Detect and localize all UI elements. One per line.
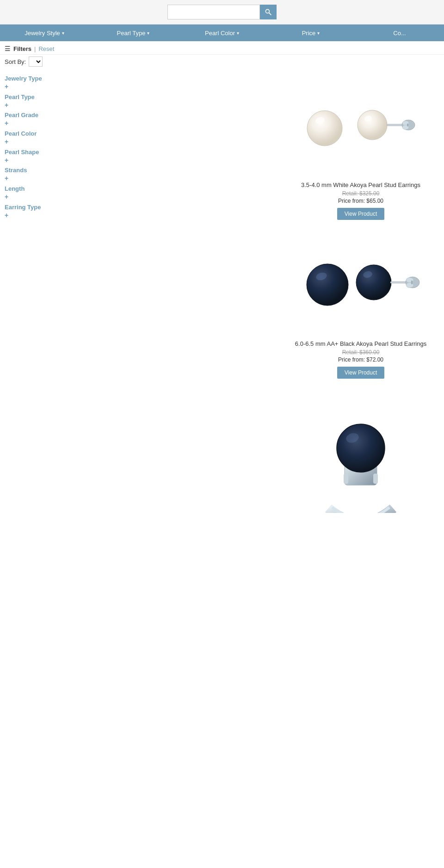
nav-item-pearl-color[interactable]: Pearl Color ▾ xyxy=(178,25,266,41)
product-image-svg-3 xyxy=(301,393,421,513)
search-button[interactable] xyxy=(260,5,277,19)
product-retail-2: Retail: $360.00 xyxy=(282,349,439,356)
filter-group-toggle-strands[interactable]: + xyxy=(5,175,51,182)
product-image-1 xyxy=(282,75,439,177)
filter-group-toggle-jewelry-type[interactable]: + xyxy=(5,83,51,91)
nav-item-jewelry-style[interactable]: Jewelry Style ▾ xyxy=(0,25,89,41)
product-retail-label-2: Retail: xyxy=(342,349,358,356)
filter-group-strands: Strands + xyxy=(5,167,51,182)
filter-group-toggle-pearl-grade[interactable]: + xyxy=(5,119,51,127)
nav-label-pearl-color: Pearl Color xyxy=(205,30,235,37)
product-price-label-2: Price from: xyxy=(338,356,365,363)
filters-label: Filters xyxy=(13,45,31,52)
nav-label-price: Price xyxy=(302,30,316,37)
product-price-value-1: $65.00 xyxy=(366,198,383,204)
search-icon xyxy=(265,8,272,16)
filter-group-toggle-pearl-shape[interactable]: + xyxy=(5,156,51,164)
search-wrapper xyxy=(167,5,277,19)
filter-group-earring-type: Earring Type + xyxy=(5,204,51,219)
search-input[interactable] xyxy=(167,5,260,19)
product-card-1: 3.5-4.0 mm White Akoya Pearl Stud Earrin… xyxy=(282,75,439,220)
product-card-2: 6.0-6.5 mm AA+ Black Akoya Pearl Stud Ea… xyxy=(282,234,439,379)
product-retail-label-1: Retail: xyxy=(342,190,358,197)
filter-group-title-earring-type[interactable]: Earring Type xyxy=(5,204,41,211)
nav-item-pearl-type[interactable]: Pearl Type ▾ xyxy=(89,25,178,41)
filter-group-toggle-length[interactable]: + xyxy=(5,193,51,201)
svg-point-25 xyxy=(337,424,385,472)
filter-group-title-jewelry-type[interactable]: Jewelry Type xyxy=(5,75,42,82)
product-image-svg-2 xyxy=(296,238,426,331)
filter-group-toggle-pearl-color[interactable]: + xyxy=(5,138,51,146)
product-price-1: Price from: $65.00 xyxy=(282,198,439,204)
product-image-svg-1 xyxy=(296,84,426,168)
svg-point-13 xyxy=(356,265,391,300)
main-layout: Jewelry Type + Pearl Type + Pearl Grade … xyxy=(0,70,444,536)
sort-select[interactable] xyxy=(29,56,43,67)
svg-point-11 xyxy=(307,264,348,306)
nav-label-more: Co... xyxy=(393,30,406,37)
product-retail-price-2: $360.00 xyxy=(359,349,379,356)
product-title-2: 6.0-6.5 mm AA+ Black Akoya Pearl Stud Ea… xyxy=(282,340,439,347)
product-title-1: 3.5-4.0 mm White Akoya Pearl Stud Earrin… xyxy=(282,181,439,188)
filter-group-title-pearl-shape[interactable]: Pearl Shape xyxy=(5,149,39,156)
filter-separator: | xyxy=(34,45,36,52)
filter-group-pearl-type: Pearl Type + xyxy=(5,94,51,109)
chevron-down-icon: ▾ xyxy=(317,31,320,36)
view-product-button-2[interactable]: View Product xyxy=(337,367,384,379)
svg-line-1 xyxy=(269,13,271,15)
nav-bar: Jewelry Style ▾ Pearl Type ▾ Pearl Color… xyxy=(0,25,444,41)
filter-group-pearl-grade: Pearl Grade + xyxy=(5,112,51,127)
filter-group-toggle-earring-type[interactable]: + xyxy=(5,212,51,219)
product-card-3 xyxy=(282,393,439,518)
chevron-down-icon: ▾ xyxy=(237,31,239,36)
product-price-value-2: $72.00 xyxy=(366,356,383,363)
product-image-2 xyxy=(282,234,439,336)
product-price-2: Price from: $72.00 xyxy=(282,356,439,363)
filter-icon: ☰ xyxy=(5,45,11,52)
svg-point-0 xyxy=(265,9,269,13)
nav-item-price[interactable]: Price ▾ xyxy=(266,25,355,41)
filter-group-jewelry-type: Jewelry Type + xyxy=(5,75,51,91)
products-area: 3.5-4.0 mm White Akoya Pearl Stud Earrin… xyxy=(51,70,444,536)
chevron-down-icon: ▾ xyxy=(62,31,64,36)
reset-link[interactable]: Reset xyxy=(38,45,54,52)
sidebar: Jewelry Type + Pearl Type + Pearl Grade … xyxy=(0,70,51,227)
filter-group-pearl-shape: Pearl Shape + xyxy=(5,149,51,164)
view-product-button-1[interactable]: View Product xyxy=(337,208,384,220)
filter-group-title-pearl-type[interactable]: Pearl Type xyxy=(5,94,35,100)
chevron-down-icon: ▾ xyxy=(147,31,149,36)
product-price-label-1: Price from: xyxy=(338,198,365,204)
svg-rect-23 xyxy=(344,474,348,484)
filter-group-length: Length + xyxy=(5,185,51,201)
top-search-bar xyxy=(0,0,444,25)
filter-group-title-length[interactable]: Length xyxy=(5,185,25,192)
svg-point-2 xyxy=(307,111,342,146)
svg-rect-19 xyxy=(411,281,413,284)
nav-label-pearl-type: Pearl Type xyxy=(117,30,146,37)
filter-group-toggle-pearl-type[interactable]: + xyxy=(5,101,51,109)
filter-header: ☰ Filters | Reset xyxy=(0,41,444,55)
sort-by-label: Sort By: xyxy=(5,58,26,65)
svg-point-4 xyxy=(358,110,387,140)
svg-rect-10 xyxy=(407,124,408,126)
product-retail-1: Retail: $325.00 xyxy=(282,190,439,197)
nav-label-jewelry-style: Jewelry Style xyxy=(25,30,60,37)
filter-group-title-pearl-color[interactable]: Pearl Color xyxy=(5,130,37,137)
product-retail-price-1: $325.00 xyxy=(359,190,379,197)
sort-row: Sort By: xyxy=(0,55,444,70)
filter-group-title-strands[interactable]: Strands xyxy=(5,167,27,174)
product-image-3 xyxy=(282,393,439,513)
svg-rect-24 xyxy=(373,474,378,484)
nav-item-more[interactable]: Co... xyxy=(355,25,444,41)
filter-group-title-pearl-grade[interactable]: Pearl Grade xyxy=(5,112,38,119)
filter-group-pearl-color: Pearl Color + xyxy=(5,130,51,146)
